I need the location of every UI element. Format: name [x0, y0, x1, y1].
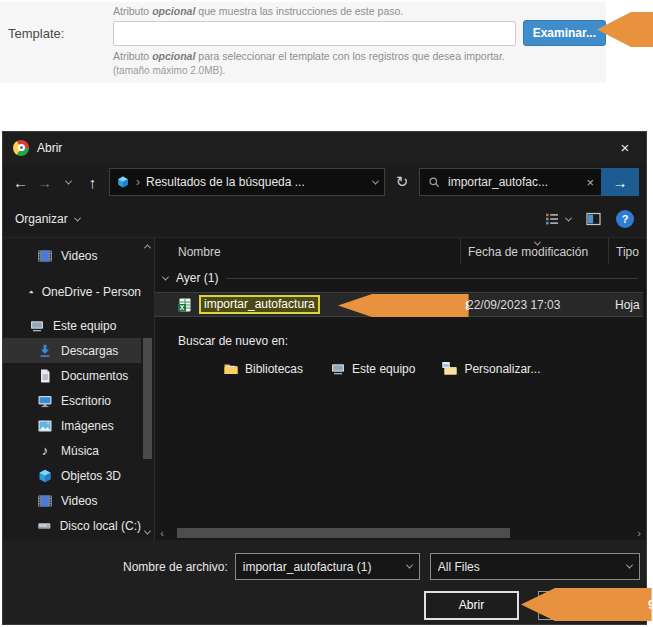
filename-label: Nombre de archivo:	[123, 560, 228, 574]
address-bar[interactable]: › Resultados de la búsqueda ...	[109, 168, 385, 196]
back-button[interactable]: ←	[10, 169, 31, 195]
file-modified-cell: 22/09/2023 17:03	[460, 298, 608, 312]
download-arrow-icon	[37, 343, 53, 359]
template-form-row: Atributoopcionalque muestra las instrucc…	[0, 2, 606, 83]
file-type-cell: Hoja	[608, 298, 643, 312]
scroll-right-button[interactable]: ›	[632, 527, 646, 539]
disk-drive-icon	[37, 518, 52, 534]
sidebar-item-disco-local[interactable]: Disco local (C:)	[3, 513, 141, 538]
sidebar-item-musica[interactable]: ♪ Música	[3, 438, 141, 463]
column-headers: Nombre Fecha de modificación Tipo	[155, 238, 646, 264]
sidebar-item-escritorio[interactable]: Escritorio	[3, 388, 141, 413]
preview-pane-button[interactable]	[585, 211, 602, 227]
address-dropdown-icon[interactable]	[372, 177, 379, 184]
breadcrumb-path[interactable]: Resultados de la búsqueda ...	[146, 175, 305, 189]
sidebar-item-videos-top[interactable]: Videos	[3, 243, 141, 268]
help-button[interactable]: ?	[616, 210, 634, 228]
picture-icon	[37, 418, 53, 434]
arrow-right-icon: →	[613, 174, 628, 191]
cloud-icon	[29, 284, 34, 300]
dialog-toolbar: Organizar ?	[3, 201, 646, 238]
chrome-icon	[13, 140, 29, 156]
excel-file-icon: X	[177, 297, 193, 313]
sidebar-item-imagenes[interactable]: Imágenes	[3, 413, 141, 438]
preview-pane-icon	[585, 211, 602, 227]
sidebar-item-descargas[interactable]: Descargas	[3, 338, 141, 363]
forward-icon: →	[37, 174, 52, 191]
group-header-ayer[interactable]: Ayer (1)	[155, 264, 646, 292]
file-list-pane: Nombre Fecha de modificación Tipo Ayer (…	[154, 238, 646, 540]
horizontal-scrollbar: ‹ ›	[155, 526, 646, 540]
sidebar-scrollbar	[141, 238, 154, 540]
group-collapse-icon[interactable]	[162, 273, 169, 280]
recent-locations-button[interactable]	[58, 169, 79, 195]
details-view-icon	[544, 211, 560, 227]
template-label: Template:	[0, 26, 113, 41]
examinar-button[interactable]: Examinar...	[523, 20, 606, 46]
scrollbar-thumb[interactable]	[143, 338, 152, 460]
abrir-button[interactable]: Abrir	[424, 591, 519, 620]
highlighted-file-name: importar_autofactura	[199, 295, 320, 314]
chevron-down-icon	[565, 214, 572, 221]
help-text-below: Atributoopcionalpara seleccionar el temp…	[113, 50, 606, 62]
scroll-left-button[interactable]: ‹	[155, 527, 169, 539]
film-icon	[37, 248, 53, 264]
column-header-tipo[interactable]: Tipo	[608, 238, 646, 264]
close-icon: ×	[621, 139, 630, 156]
group-divider-line	[226, 278, 638, 279]
filetype-select[interactable]: All Files	[430, 553, 640, 580]
help-text-above: Atributoopcionalque muestra las instrucc…	[113, 5, 606, 17]
dialog-title: Abrir	[37, 141, 62, 155]
max-size-note: (tamaño máximo 2.0MB).	[113, 65, 606, 76]
scroll-down-button[interactable]	[145, 524, 150, 540]
search-go-button[interactable]: →	[601, 168, 639, 196]
chevron-down-icon	[74, 214, 81, 221]
refresh-icon: ↻	[396, 173, 409, 191]
folder-icon	[223, 361, 239, 377]
search-again-este-equipo[interactable]: Este equipo	[330, 361, 415, 377]
search-again-personalizar[interactable]: Personalizar...	[442, 361, 540, 377]
dialog-titlebar: Abrir ×	[3, 132, 646, 163]
search-again-bibliotecas[interactable]: Bibliotecas	[223, 361, 303, 377]
chevron-down-icon	[406, 562, 413, 569]
change-view-button[interactable]	[544, 211, 571, 227]
computer-icon	[330, 361, 346, 377]
column-header-nombre[interactable]: Nombre	[155, 238, 460, 264]
search-query-text[interactable]: importar_autofac...	[448, 175, 579, 189]
chevron-up-icon	[144, 244, 151, 251]
filename-combobox[interactable]: importar_autofactura (1)	[235, 553, 420, 580]
scrollbar-track[interactable]	[141, 254, 154, 524]
navigation-pane: Videos OneDrive - Person Este equipo	[3, 238, 141, 540]
h-scrollbar-track[interactable]	[169, 526, 632, 540]
sidebar-item-documentos[interactable]: Documentos	[3, 363, 141, 388]
h-scrollbar-thumb[interactable]	[177, 528, 510, 538]
up-button[interactable]: ↑	[82, 169, 103, 195]
navigation-bar: ← → ↑ › Resultados de la búsqueda ... ↻ …	[3, 163, 646, 201]
search-box[interactable]: importar_autofac... × →	[419, 168, 639, 196]
organizar-menu-button[interactable]: Organizar	[15, 212, 80, 226]
search-results-cube-icon	[116, 175, 130, 189]
sidebar-item-este-equipo[interactable]: Este equipo	[3, 313, 141, 338]
cube-3d-icon	[37, 468, 53, 484]
sidebar-item-objetos-3d[interactable]: Objetos 3D	[3, 463, 141, 488]
svg-text:X: X	[180, 304, 185, 311]
sidebar-item-videos[interactable]: Videos	[3, 488, 141, 513]
music-note-icon: ♪	[37, 443, 53, 458]
open-file-dialog: Abrir × ← → ↑ › Resultados de la búsqued…	[2, 131, 647, 625]
scroll-up-button[interactable]	[145, 238, 150, 254]
close-button[interactable]: ×	[604, 132, 646, 163]
computer-icon	[29, 318, 45, 334]
customize-folder-icon	[442, 361, 458, 377]
film-icon	[37, 493, 53, 509]
clear-search-button[interactable]: ×	[586, 175, 594, 190]
chevron-down-icon	[626, 562, 633, 569]
refresh-button[interactable]: ↻	[388, 168, 416, 196]
search-again-label: Buscar de nuevo en:	[178, 334, 646, 348]
sidebar-item-onedrive[interactable]: OneDrive - Person	[3, 279, 141, 304]
column-header-fecha[interactable]: Fecha de modificación	[460, 238, 608, 264]
template-input[interactable]	[113, 21, 516, 46]
forward-button[interactable]: →	[34, 169, 55, 195]
document-icon	[37, 368, 53, 384]
back-icon: ←	[13, 174, 28, 191]
search-icon	[428, 176, 441, 189]
